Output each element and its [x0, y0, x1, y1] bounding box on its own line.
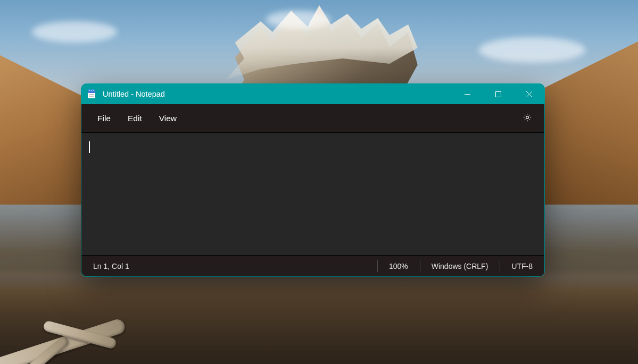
menu-edit[interactable]: Edit	[119, 109, 151, 128]
svg-point-4	[91, 90, 92, 91]
status-zoom[interactable]: 100%	[377, 256, 420, 276]
notepad-app-icon	[87, 89, 96, 99]
status-cursor-position: Ln 1, Col 1	[81, 256, 141, 276]
status-encoding: UTF-8	[500, 256, 544, 276]
close-button[interactable]	[513, 84, 544, 104]
svg-rect-1	[88, 91, 95, 93]
settings-button[interactable]	[518, 109, 537, 128]
menu-file[interactable]: File	[89, 109, 119, 128]
svg-rect-9	[495, 91, 501, 97]
window-title: Untitled - Notepad	[103, 90, 165, 98]
maximize-button[interactable]	[483, 84, 513, 104]
status-line-ending: Windows (CRLF)	[420, 256, 500, 276]
minimize-button[interactable]	[452, 84, 483, 104]
menubar: File Edit View	[81, 104, 544, 133]
menu-view[interactable]: View	[151, 109, 185, 128]
text-editor[interactable]	[81, 133, 544, 255]
gear-icon	[523, 113, 532, 124]
titlebar[interactable]: Untitled - Notepad	[81, 84, 544, 104]
svg-point-5	[93, 90, 94, 91]
svg-point-12	[526, 116, 529, 118]
notepad-window: Untitled - Notepad File Edit View	[81, 84, 544, 276]
svg-point-3	[89, 90, 90, 91]
statusbar: Ln 1, Col 1 100% Windows (CRLF) UTF-8	[81, 255, 544, 276]
text-cursor	[89, 141, 90, 153]
